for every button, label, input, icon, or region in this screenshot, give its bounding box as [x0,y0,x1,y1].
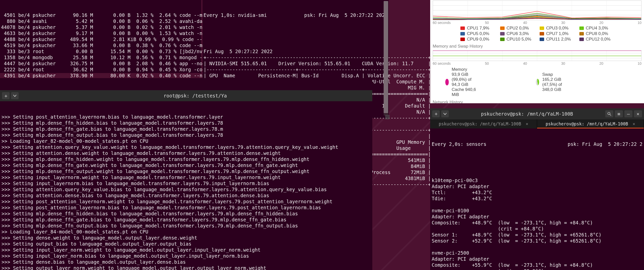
memory-info: Memory 93,9 GiB (99,6%) of 94,3 GiB Cach… [445,67,480,97]
scrollbar-thumb[interactable] [384,1,388,113]
training-log-terminal: ＋ root@psk: /testtest/Ya >>> Setting pos… [0,78,372,270]
cpu-legend: CPU1 7,9%CPU2 0,0%CPU3 0,0%CPU4 3,0%CPU5… [430,25,644,43]
chevron-down-icon [13,95,16,97]
menu-button[interactable] [441,110,449,117]
memory-usage: 93,9 GiB (99,6%) of 94,3 GiB [452,72,480,87]
new-tab-button[interactable]: ＋ [432,110,440,117]
memory-label: Memory [452,67,480,72]
memory-title: Memory and Swap History [430,43,644,50]
htop-panel: 4501 be/4 pskucher 90.16 M 0.00 B 1.32 %… [0,0,201,73]
tab-2-label: pskucherov@psk: /mnt/q/YaLM-100B [546,121,628,126]
memory-cache: Cache 940,6 MiB [452,87,480,97]
sensors-body: k10temp-pci-00c3 Adapter: PCI adapter Tc… [432,177,642,270]
network-title: Network History [430,99,644,103]
cpu-axis: 60 seconds5040302010 [430,21,644,25]
cpu-legend-item[interactable]: CPU12 0,0% [579,37,614,42]
menu-button[interactable] [11,92,19,99]
cpu-legend-item[interactable]: CPU10 5,0% [500,37,535,42]
swap-info: Swap 165,2 GiB (47,5%) of 348,0 GiB [536,67,574,97]
tab-1[interactable]: pskucherov@psk: /mnt/q/YaLM-100B × [430,119,537,128]
window-title: root@psk: /testtest/Ya [20,93,370,99]
cpu-legend-item[interactable]: CPU5 0,0% [460,31,495,36]
sensors-terminal: ＋ pskucherov@psk: /mnt/q/YaLM-100B ≡ – ×… [430,108,644,270]
hamburger-button[interactable]: ≡ [615,110,623,117]
plus-icon: ＋ [4,93,8,99]
plus-icon: ＋ [434,111,438,117]
watch-header-left: Every 1,0s: nvidia-smi [204,12,267,18]
cpu-legend-item[interactable]: CPU3 0,0% [540,26,574,31]
mem-chart [433,50,641,61]
watch-header-right: psk: Fri Aug 5 20:27:22 2022 [304,12,388,18]
terminal-body[interactable]: >>> Setting post_attention_layernorm.bia… [0,113,372,270]
tab-bar: pskucherov@psk: /mnt/q/YaLM-100B × pskuc… [430,119,644,128]
minimize-button[interactable]: – [624,110,632,117]
tab-2[interactable]: pskucherov@psk: /mnt/q/YaLM-100B × [537,119,644,128]
tab-close-icon[interactable]: × [633,121,635,126]
watch-header-left: Every 2,0s: sensors [432,141,486,147]
svg-point-24 [608,112,610,115]
svg-line-25 [610,114,611,116]
close-button[interactable]: × [634,110,642,117]
memory-gauge-icon [445,79,449,85]
search-button[interactable] [605,110,613,117]
search-icon [607,112,611,116]
cpu-legend-item[interactable]: CPU6 3,0% [500,31,535,36]
cpu-legend-item[interactable]: CPU9 0,0% [460,37,495,42]
scrollbar[interactable] [384,1,388,116]
cpu-legend-item[interactable]: CPU1 7,9% [460,26,495,31]
chevron-down-icon [444,113,447,115]
tab-close-icon[interactable]: × [526,121,528,126]
swap-gauge-icon [536,79,539,85]
hamburger-icon: ≡ [617,111,620,117]
cpu-legend-item[interactable]: CPU7 1,0% [540,31,574,36]
system-monitor-panel: 60 seconds5040302010 CPU1 7,9%CPU2 0,0%C… [430,0,644,103]
mem-axis: 60 seconds5040302010 [430,61,644,65]
titlebar[interactable]: ＋ pskucherov@psk: /mnt/q/YaLM-100B ≡ – × [430,108,644,119]
swap-usage: 165,2 GiB (47,5%) of 348,0 GiB [542,77,574,92]
cpu-legend-item[interactable]: CPU8 0,0% [579,31,614,36]
cpu-legend-item[interactable]: CPU2 0,0% [500,26,535,31]
minimize-icon: – [627,111,630,117]
watch-header-right: psk: Fri Aug 5 20:27:22 2 [568,141,642,147]
swap-label: Swap [542,72,574,77]
tab-1-label: pskucherov@psk: /mnt/q/YaLM-100B [439,121,521,126]
titlebar[interactable]: ＋ root@psk: /testtest/Ya [0,90,372,101]
resize-handle[interactable] [385,115,390,119]
window-title: pskucherov@psk: /mnt/q/YaLM-100B [450,111,604,117]
cpu-legend-item[interactable]: CPU4 3,0% [579,26,614,31]
cpu-chart [433,1,641,20]
close-icon: × [636,111,639,117]
cpu-legend-item[interactable]: CPU11 2,0% [540,37,574,42]
new-tab-button[interactable]: ＋ [2,92,10,99]
